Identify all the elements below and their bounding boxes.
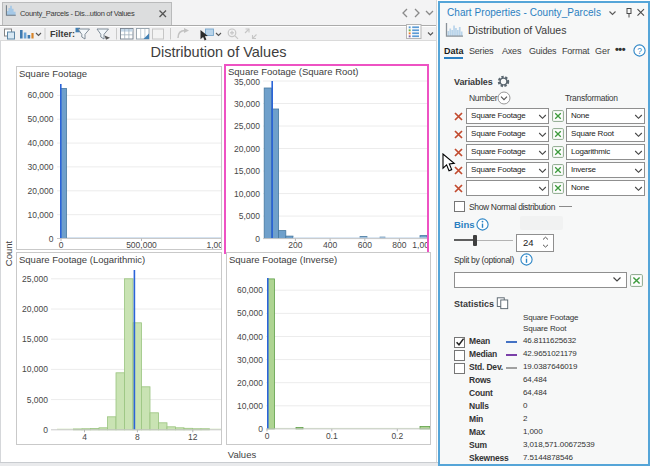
svg-text:500,000: 500,000 — [126, 240, 157, 250]
svg-text:60,000: 60,000 — [237, 285, 263, 295]
svg-text:Square Footage (Square Root): Square Footage (Square Root) — [228, 66, 358, 77]
svg-text:600: 600 — [358, 240, 372, 250]
svg-text:50,000: 50,000 — [28, 114, 54, 124]
svg-text:10,000: 10,000 — [22, 364, 48, 374]
svg-text:12: 12 — [188, 432, 198, 442]
svg-text:0.1: 0.1 — [326, 431, 338, 441]
svg-text:Square Footage (Logarithmic): Square Footage (Logarithmic) — [19, 254, 145, 265]
svg-text:10,000: 10,000 — [237, 401, 263, 411]
svg-text:0: 0 — [258, 424, 263, 434]
svg-text:25,000: 25,000 — [22, 274, 48, 284]
svg-text:?: ? — [637, 46, 642, 56]
svg-text:0: 0 — [59, 240, 64, 250]
svg-text:Square Footage (Inverse): Square Footage (Inverse) — [229, 254, 337, 265]
svg-text:0.2: 0.2 — [391, 431, 403, 441]
svg-text:0: 0 — [49, 234, 54, 244]
svg-text:50,000: 50,000 — [237, 308, 263, 318]
svg-text:20,000: 20,000 — [237, 378, 263, 388]
svg-text:25,000: 25,000 — [234, 121, 260, 131]
svg-text:1,000: 1,000 — [207, 240, 222, 250]
svg-text:20,000: 20,000 — [22, 304, 48, 314]
svg-text:Filter:: Filter: — [50, 29, 75, 39]
svg-text:0: 0 — [255, 234, 260, 244]
svg-text:5,000: 5,000 — [239, 211, 261, 221]
svg-text:0: 0 — [43, 425, 48, 435]
svg-text:20,000: 20,000 — [28, 186, 54, 196]
svg-text:30,000: 30,000 — [234, 99, 260, 109]
svg-text:Square Footage: Square Footage — [19, 68, 87, 79]
svg-text:40,000: 40,000 — [237, 332, 263, 342]
svg-text:10,000: 10,000 — [28, 210, 54, 220]
svg-text:30,000: 30,000 — [28, 162, 54, 172]
svg-text:15,000: 15,000 — [22, 334, 48, 344]
svg-text:10,000: 10,000 — [234, 189, 260, 199]
svg-text:60,000: 60,000 — [28, 90, 54, 100]
svg-text:20,000: 20,000 — [234, 144, 260, 154]
svg-text:5,000: 5,000 — [27, 395, 49, 405]
svg-text:15,000: 15,000 — [234, 166, 260, 176]
svg-text:40,000: 40,000 — [28, 138, 54, 148]
svg-text:4: 4 — [82, 432, 87, 442]
svg-text:30,000: 30,000 — [237, 355, 263, 365]
svg-text:400: 400 — [323, 240, 337, 250]
svg-text:200: 200 — [288, 240, 302, 250]
svg-text:800: 800 — [392, 240, 406, 250]
svg-text:35,000: 35,000 — [234, 77, 260, 87]
svg-text:8: 8 — [135, 432, 140, 442]
svg-text:0: 0 — [265, 431, 270, 441]
svg-text:1,000: 1,000 — [412, 240, 427, 250]
